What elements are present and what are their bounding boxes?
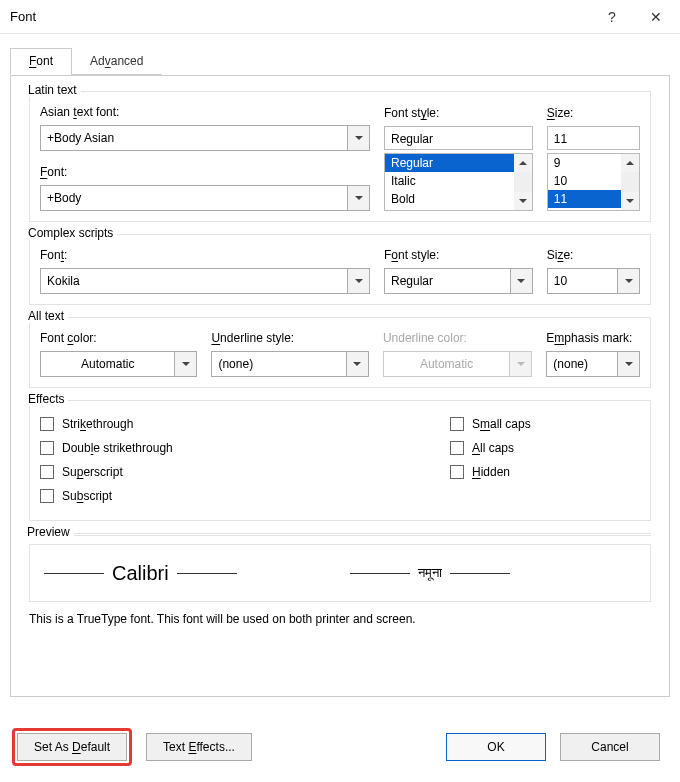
ok-button[interactable]: OK bbox=[446, 733, 546, 761]
chevron-down-icon[interactable] bbox=[347, 269, 369, 293]
label: Hidden bbox=[472, 465, 510, 479]
tabs-area: Font Advanced Latin text Asian text font… bbox=[0, 34, 680, 697]
emphasis-mark-value: (none) bbox=[547, 352, 617, 376]
checkbox-subscript[interactable]: Subscript bbox=[40, 489, 436, 503]
button-label: Text Effects... bbox=[163, 740, 235, 754]
font-style-input[interactable]: Regular bbox=[384, 126, 533, 150]
font-style-label: Font style: bbox=[384, 106, 533, 120]
size-label: Size: bbox=[547, 106, 640, 120]
complex-size-combo[interactable]: 10 bbox=[547, 268, 640, 294]
tab-font-label: Font bbox=[29, 54, 53, 68]
chevron-down-icon bbox=[509, 352, 531, 376]
complex-font-value: Kokila bbox=[41, 269, 347, 293]
underline-color-combo: Automatic bbox=[383, 351, 532, 377]
checkbox-icon bbox=[40, 417, 54, 431]
asian-font-combo[interactable]: +Body Asian bbox=[40, 125, 370, 151]
tab-advanced-label: Advanced bbox=[90, 54, 143, 68]
latin-font-combo[interactable]: +Body bbox=[40, 185, 370, 211]
preview-area: Calibri नमूना bbox=[29, 544, 651, 602]
checkbox-superscript[interactable]: Superscript bbox=[40, 465, 436, 479]
label: Small caps bbox=[472, 417, 531, 431]
emphasis-mark-combo[interactable]: (none) bbox=[546, 351, 640, 377]
font-color-combo[interactable]: Automatic bbox=[40, 351, 197, 377]
chevron-down-icon[interactable] bbox=[346, 352, 368, 376]
preview-hint: This is a TrueType font. This font will … bbox=[29, 612, 651, 626]
checkbox-hidden[interactable]: Hidden bbox=[450, 465, 640, 479]
preview-rule bbox=[350, 573, 410, 574]
label: Strikethrough bbox=[62, 417, 133, 431]
checkbox-all-caps[interactable]: All caps bbox=[450, 441, 640, 455]
tab-row: Font Advanced bbox=[10, 48, 670, 76]
underline-color-label: Underline color: bbox=[383, 331, 532, 345]
latin-font-value: +Body bbox=[41, 186, 347, 210]
font-color-label: Font color: bbox=[40, 331, 197, 345]
label: Double strikethrough bbox=[62, 441, 173, 455]
scroll-down-icon[interactable] bbox=[621, 192, 639, 210]
checkbox-double-strikethrough[interactable]: Double strikethrough bbox=[40, 441, 436, 455]
checkbox-icon bbox=[450, 417, 464, 431]
button-bar: Set As Default Text Effects... OK Cancel bbox=[0, 714, 680, 782]
chevron-down-icon[interactable] bbox=[347, 126, 369, 150]
scroll-up-icon[interactable] bbox=[621, 154, 639, 172]
complex-size-label: Size: bbox=[547, 248, 640, 262]
checkbox-small-caps[interactable]: Small caps bbox=[450, 417, 640, 431]
emphasis-mark-label: Emphasis mark: bbox=[546, 331, 640, 345]
size-input[interactable]: 11 bbox=[547, 126, 640, 150]
chevron-down-icon[interactable] bbox=[347, 186, 369, 210]
set-as-default-button[interactable]: Set As Default bbox=[17, 733, 127, 761]
group-latin-text: Latin text Asian text font: +Body Asian … bbox=[29, 91, 651, 222]
tab-font[interactable]: Font bbox=[10, 48, 72, 75]
group-all-text-title: All text bbox=[28, 309, 68, 323]
tab-content: Latin text Asian text font: +Body Asian … bbox=[10, 75, 670, 697]
complex-size-value: 10 bbox=[548, 269, 617, 293]
help-button[interactable]: ? bbox=[590, 2, 634, 32]
list-item[interactable]: Italic bbox=[385, 172, 532, 190]
underline-style-combo[interactable]: (none) bbox=[211, 351, 368, 377]
complex-style-combo[interactable]: Regular bbox=[384, 268, 533, 294]
checkbox-icon bbox=[40, 441, 54, 455]
asian-font-label: Asian text font: bbox=[40, 105, 370, 119]
checkbox-icon bbox=[40, 489, 54, 503]
list-item[interactable]: Bold bbox=[385, 190, 532, 208]
complex-font-combo[interactable]: Kokila bbox=[40, 268, 370, 294]
label: All caps bbox=[472, 441, 514, 455]
size-value: 11 bbox=[548, 127, 639, 149]
checkbox-icon bbox=[40, 465, 54, 479]
close-button[interactable]: ✕ bbox=[634, 2, 678, 32]
highlight-set-default: Set As Default bbox=[12, 728, 132, 766]
tab-advanced[interactable]: Advanced bbox=[71, 48, 162, 75]
chevron-down-icon[interactable] bbox=[510, 269, 532, 293]
cancel-button[interactable]: Cancel bbox=[560, 733, 660, 761]
asian-font-value: +Body Asian bbox=[41, 126, 347, 150]
scroll-up-icon[interactable] bbox=[514, 154, 532, 172]
size-listbox[interactable]: 9 10 11 bbox=[547, 153, 640, 211]
titlebar: Font ? ✕ bbox=[0, 0, 680, 34]
chevron-down-icon[interactable] bbox=[174, 352, 196, 376]
group-effects: Effects Strikethrough Double strikethrou… bbox=[29, 400, 651, 521]
chevron-down-icon[interactable] bbox=[617, 269, 639, 293]
font-color-value: Automatic bbox=[41, 352, 174, 376]
underline-color-value: Automatic bbox=[384, 352, 509, 376]
checkbox-strikethrough[interactable]: Strikethrough bbox=[40, 417, 436, 431]
checkbox-icon bbox=[450, 441, 464, 455]
preview-rule bbox=[44, 573, 104, 574]
font-style-listbox[interactable]: Regular Italic Bold bbox=[384, 153, 533, 211]
scrollbar[interactable] bbox=[621, 154, 639, 210]
scroll-down-icon[interactable] bbox=[514, 192, 532, 210]
preview-rule bbox=[450, 573, 510, 574]
latin-font-label: Font: bbox=[40, 165, 370, 179]
preview-rule bbox=[177, 573, 237, 574]
preview-sample-latin: Calibri bbox=[112, 562, 169, 585]
text-effects-button[interactable]: Text Effects... bbox=[146, 733, 252, 761]
chevron-down-icon[interactable] bbox=[617, 352, 639, 376]
label: Subscript bbox=[62, 489, 112, 503]
group-latin-text-title: Latin text bbox=[28, 83, 81, 97]
list-item[interactable]: Regular bbox=[385, 154, 532, 172]
scrollbar[interactable] bbox=[514, 154, 532, 210]
underline-style-label: Underline style: bbox=[211, 331, 368, 345]
label: Superscript bbox=[62, 465, 123, 479]
window-title: Font bbox=[10, 9, 590, 24]
group-complex-title: Complex scripts bbox=[28, 226, 117, 240]
underline-style-value: (none) bbox=[212, 352, 345, 376]
group-all-text: All text Font color: Automatic Underline… bbox=[29, 317, 651, 388]
